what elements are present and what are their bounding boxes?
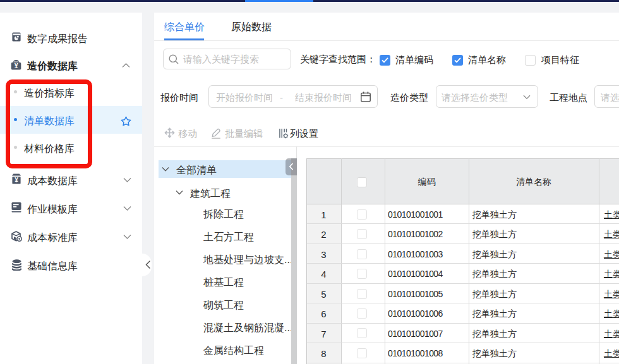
svg-text:¥: ¥: [15, 62, 18, 69]
svg-text:¥: ¥: [15, 177, 18, 184]
